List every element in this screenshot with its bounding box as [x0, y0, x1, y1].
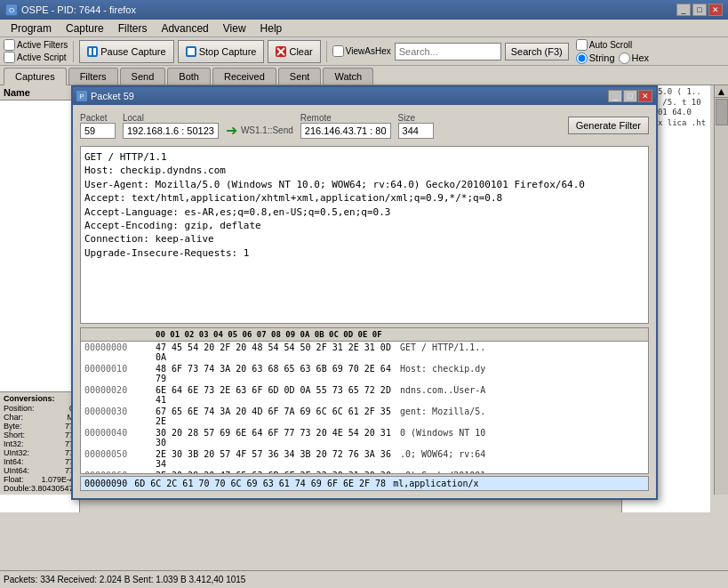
- stop-capture-button[interactable]: Stop Capture: [178, 40, 265, 63]
- position-row: Position: 0: [4, 404, 74, 413]
- dialog-title: Packet 59: [91, 91, 608, 101]
- hex-row[interactable]: 00000040 30 20 28 57 69 6E 64 6F 77 73 2…: [81, 427, 648, 448]
- close-button[interactable]: ✕: [708, 4, 723, 16]
- http-content-area[interactable]: GET / HTTP/1.1 Host: checkip.dyndns.com …: [80, 146, 649, 324]
- pause-capture-button[interactable]: Pause Capture: [79, 40, 173, 63]
- svg-rect-1: [93, 48, 96, 55]
- conversions-label: Conversions:: [4, 394, 74, 403]
- remote-addr-field: Remote 216.146.43.71 : 80: [300, 113, 391, 139]
- hex-ascii: Host: checkip.dy: [400, 364, 644, 383]
- hex-addr: 00000030: [84, 407, 156, 426]
- titlebar-controls: _ □ ✕: [676, 4, 723, 16]
- main-scrollbar[interactable]: ▲: [714, 85, 728, 495]
- svg-rect-2: [188, 48, 195, 55]
- packet-number-field: Packet 59: [80, 113, 116, 139]
- tab-captures[interactable]: Captures: [4, 68, 67, 85]
- separator-1: [73, 41, 74, 62]
- hex-radio[interactable]: [619, 52, 630, 64]
- hex-ascii: 0 (Windows NT 10: [400, 428, 644, 447]
- hex-ascii: .0) Gecko/201001: [400, 471, 644, 474]
- minimize-button[interactable]: _: [676, 4, 691, 16]
- viewashex-input[interactable]: [332, 45, 344, 57]
- hex-row[interactable]: 00000060 2E 30 29 20 47 65 63 6B 6F 2F 3…: [81, 470, 648, 474]
- tab-sent[interactable]: Sent: [278, 68, 322, 85]
- remote-addr-value: 216.146.43.71 : 80: [300, 123, 391, 139]
- tab-filters[interactable]: Filters: [68, 68, 118, 85]
- dialog-maximize-button[interactable]: □: [623, 90, 637, 102]
- active-filters-checkbox[interactable]: Active Filters: [4, 39, 68, 51]
- selected-hex-bytes: 6D 6C 2C 61 70 70 6C 69 63 61 74 69 6F 6…: [134, 479, 386, 488]
- hex-row[interactable]: 00000020 6E 64 6E 73 2E 63 6F 6D 0D 0A 5…: [81, 384, 648, 406]
- hex-ascii: ndns.com..User-A: [400, 385, 644, 405]
- tab-send[interactable]: Send: [120, 68, 166, 85]
- dialog-minimize-button[interactable]: _: [608, 90, 622, 102]
- autoscroll-checkbox[interactable]: Auto Scroll: [576, 39, 649, 51]
- string-radio-label[interactable]: String: [576, 52, 615, 64]
- conversions-panel: Conversions: Position: 0 Char: M Byte: 7…: [0, 391, 78, 495]
- uint64-row: UInt64: 77: [4, 466, 74, 475]
- active-script-input[interactable]: [4, 52, 15, 63]
- ws-label: WS1.1::Send: [241, 125, 293, 135]
- hex-row[interactable]: 00000000 47 45 54 20 2F 20 48 54 54 50 2…: [81, 342, 648, 363]
- double-row: Double: 3.8043054729776E-...: [4, 484, 74, 493]
- scroll-up-button[interactable]: ▲: [715, 85, 728, 98]
- tab-watch[interactable]: Watch: [323, 68, 373, 85]
- hex-addr: 00000040: [84, 428, 156, 447]
- active-filters-input[interactable]: [4, 39, 15, 51]
- selected-hex-row: 00000090 6D 6C 2C 61 70 70 6C 69 63 61 7…: [80, 476, 649, 491]
- char-row: Char: M: [4, 413, 74, 422]
- clear-icon: [276, 46, 286, 57]
- hex-bytes: 48 6F 73 74 3A 20 63 68 65 63 6B 69 70 2…: [156, 364, 400, 383]
- viewashex-checkbox[interactable]: ViewAsHex: [332, 45, 391, 57]
- packet-info-row: Packet 59 Local 192.168.1.6 : 50123 ➜ WS…: [80, 112, 649, 139]
- menu-program[interactable]: Program: [4, 20, 59, 36]
- hex-radio-label[interactable]: Hex: [619, 52, 650, 64]
- dialog-icon: P: [76, 91, 87, 101]
- direction-arrow: ➜: [226, 122, 237, 139]
- hex-row[interactable]: 00000030 67 65 6E 74 3A 20 4D 6F 7A 69 6…: [81, 406, 648, 427]
- hex-bytes: 2E 30 29 20 47 65 63 6B 6F 2F 32 30 31 3…: [156, 471, 400, 474]
- separator-2: [326, 41, 327, 62]
- hex-ascii: gent: Mozilla/5.: [400, 407, 644, 426]
- menubar: // Will be populated after JSON parse Pr…: [0, 20, 728, 37]
- tab-both[interactable]: Both: [167, 68, 211, 85]
- packet-label: Packet: [80, 113, 116, 123]
- menu-view[interactable]: View: [216, 20, 253, 36]
- hex-addr: 00000050: [84, 449, 156, 469]
- maximize-button[interactable]: □: [692, 4, 707, 16]
- remote-label: Remote: [300, 113, 391, 123]
- string-radio[interactable]: [576, 52, 588, 64]
- int64-row: Int64: 77: [4, 457, 74, 466]
- size-value: 344: [398, 123, 434, 139]
- dialog-close-button[interactable]: ✕: [638, 90, 652, 102]
- size-field: Size 344: [398, 113, 434, 139]
- pause-icon: [87, 46, 98, 57]
- menu-capture[interactable]: Capture: [59, 20, 111, 36]
- hex-row[interactable]: 00000010 48 6F 73 74 3A 20 63 68 65 63 6…: [81, 363, 648, 384]
- selected-hex-ascii: ml,application/x: [393, 479, 478, 488]
- active-script-checkbox[interactable]: Active Script: [4, 52, 68, 63]
- hex-addr: 00000000: [84, 342, 156, 362]
- packet-number-value: 59: [80, 123, 116, 139]
- clear-button[interactable]: Clear: [268, 40, 320, 63]
- hex-row[interactable]: 00000050 2E 30 3B 20 57 4F 57 36 34 3B 2…: [81, 448, 648, 470]
- menu-filters[interactable]: Filters: [111, 20, 155, 36]
- size-label: Size: [398, 113, 434, 123]
- generate-filter-button[interactable]: Generate Filter: [568, 117, 649, 134]
- menu-help[interactable]: Help: [253, 20, 290, 36]
- search-button[interactable]: Search (F3): [505, 43, 569, 60]
- hex-rows-container: 00000000 47 45 54 20 2F 20 48 54 54 50 2…: [81, 342, 648, 474]
- short-row: Short: 77: [4, 431, 74, 439]
- menu-advanced[interactable]: Advanced: [154, 20, 215, 36]
- tab-received[interactable]: Received: [212, 68, 276, 85]
- autoscroll-input[interactable]: [576, 39, 588, 51]
- hex-addr: 00000010: [84, 364, 156, 383]
- hex-ascii: .0; WOW64; rv:64: [400, 449, 644, 469]
- scrollbar-thumb[interactable]: [716, 99, 728, 125]
- hex-bytes: 67 65 6E 74 3A 20 4D 6F 7A 69 6C 6C 61 2…: [156, 407, 400, 426]
- packet-dialog: P Packet 59 _ □ ✕ Packet 59 Local 192.16…: [71, 85, 658, 500]
- tabbar: Captures Filters Send Both Received Sent…: [0, 66, 728, 85]
- hex-bytes: 47 45 54 20 2F 20 48 54 54 50 2F 31 2E 3…: [156, 342, 400, 362]
- hex-panel[interactable]: 00 01 02 03 04 05 06 07 08 09 0A 0B 0C 0…: [80, 327, 649, 474]
- search-input[interactable]: [395, 43, 501, 60]
